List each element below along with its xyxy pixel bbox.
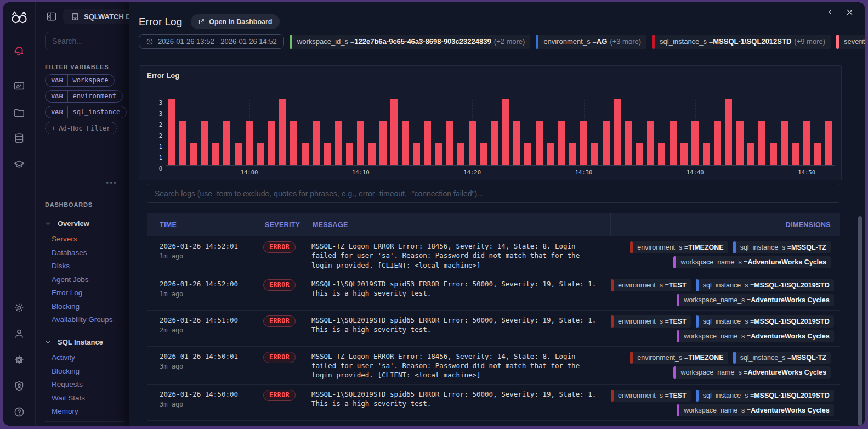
dimension-color-bar [677, 330, 679, 342]
log-search-input[interactable] [147, 184, 839, 203]
sidebar-item-agent-jobs[interactable]: Agent Jobs [52, 275, 125, 284]
column-header-severity[interactable]: SEVERITY [262, 213, 311, 236]
dimension-tag-environment_s[interactable]: environment_s = TIMEZONE [630, 352, 728, 364]
column-header-message[interactable]: MESSAGE [311, 213, 611, 236]
alerts-bell-icon[interactable] [9, 41, 29, 60]
dimension-tag-environment_s[interactable]: environment_s = TEST [611, 315, 691, 328]
sidebar-topbar: SQLWATCH DE [44, 9, 132, 24]
database-icon[interactable] [9, 128, 29, 148]
filter-pill-workspace_id_s[interactable]: workspace_id_s = 122e7b6a-9c65-46a3-8698… [290, 35, 531, 49]
sidebar-search-input[interactable] [45, 32, 132, 50]
chart-x-tick-label: 14:00 [241, 169, 258, 176]
chart-x-tick-label: 14:50 [798, 169, 815, 176]
user-profile-icon[interactable] [9, 324, 29, 343]
filter-value: AG [597, 37, 608, 46]
column-header-time[interactable]: TIME [147, 213, 262, 236]
dashboards-panel-icon[interactable] [9, 76, 29, 96]
variable-pill-workspace[interactable]: VARworkspace [45, 74, 115, 87]
close-icon[interactable] [844, 7, 854, 17]
chart-bar-slot [757, 99, 768, 165]
dimension-label: environment_s = [618, 318, 669, 325]
log-timestamp: 2026-01-26 14:51:00 [160, 315, 262, 325]
dimension-tag-sql_instance_s[interactable]: sql_instance_s = MSSQL-1\SQL2019STD [696, 279, 834, 291]
variable-pill-environment[interactable]: VARenvironment [45, 90, 123, 103]
severity-badge: ERROR [263, 390, 296, 401]
dimension-tag-environment_s[interactable]: environment_s = TEST [611, 279, 691, 291]
chart-bar [201, 121, 208, 165]
dimension-tag-workspace_name_s[interactable]: workspace_name_s = AdventureWorks Cycles [677, 294, 834, 306]
sidebar-collapse-icon[interactable] [44, 9, 59, 24]
dimension-tag-environment_s[interactable]: environment_s = TEST [611, 390, 691, 402]
nav-group-overview[interactable]: Overview [45, 219, 125, 228]
dimension-color-bar [611, 390, 614, 402]
dimension-tag-sql_instance_s[interactable]: sql_instance_s = MSSQL-TZ [733, 241, 831, 253]
settings-gear-icon[interactable] [9, 350, 29, 370]
dimension-tag-workspace_name_s[interactable]: workspace_name_s = AdventureWorks Cycles [673, 366, 831, 379]
sidebar-item-error-log[interactable]: Error Log [52, 288, 125, 297]
log-table-body: 2026-01-26 14:52:011m agoERRORMSSQL-TZ L… [147, 236, 840, 426]
folder-icon[interactable] [9, 103, 29, 122]
table-row: 2026-01-26 14:52:011m agoERRORMSSQL-TZ L… [147, 236, 840, 274]
time-range-picker[interactable]: 2026-01-26 13:52 - 2026-01-26 14:52 [139, 34, 284, 49]
dimension-label: workspace_name_s = [684, 407, 751, 414]
chart-panel-title: Error Log [147, 71, 833, 80]
filter-pill-environment_s[interactable]: environment_s = AG(+3 more) [536, 35, 646, 49]
chart-x-tick-label: 14:40 [687, 169, 704, 176]
cell-message: MSSQL-TZ Logon ERROR Error: 18456, Sever… [311, 352, 611, 380]
chart-bar [580, 121, 587, 165]
filter-pill-sql_instance_s[interactable]: sql_instance_s = MSSQL-1\SQL2012STD(+9 m… [652, 35, 831, 49]
help-icon[interactable] [9, 402, 29, 422]
sidebar-item-memory[interactable]: Memory [52, 407, 125, 416]
sidebar-item-availability-groups[interactable]: Availability Groups [52, 315, 125, 324]
workspace-tab[interactable]: SQLWATCH DE [63, 9, 132, 24]
learn-graduation-cap-icon[interactable] [9, 155, 29, 174]
sidebar-item-disks[interactable]: Disks [52, 261, 125, 270]
dimension-tag-sql_instance_s[interactable]: sql_instance_s = MSSQL-TZ [733, 352, 831, 364]
dimension-color-bar [733, 241, 736, 253]
chevron-left-icon[interactable] [825, 7, 835, 17]
dimension-line: workspace_name_s = AdventureWorks Cycles [677, 330, 834, 342]
sidebar-item-activity[interactable]: Activity [52, 353, 125, 362]
cell-dimensions: environment_s = TIMEZONEsql_instance_s =… [611, 352, 840, 380]
dimension-tag-sql_instance_s[interactable]: sql_instance_s = MSSQL-1\SQL2019STD [696, 315, 834, 328]
sidebar-item-requests[interactable]: Requests [52, 380, 125, 389]
adhoc-filter-button[interactable]: +Ad-Hoc Filter [45, 122, 117, 134]
sidebar-item-blocking[interactable]: Blocking [52, 302, 125, 311]
chart-bar-slot [210, 99, 221, 165]
cell-time: 2026-01-26 14:51:002m ago [147, 315, 262, 342]
cell-dimensions: environment_s = TESTsql_instance_s = MSS… [611, 390, 840, 416]
admin-shield-user-icon[interactable] [9, 376, 29, 396]
variable-tag-label: VAR [46, 106, 68, 118]
filter-pill-severity_s[interactable]: severity_s = Error [836, 35, 865, 49]
sidebar-item-blocking[interactable]: Blocking [52, 366, 125, 376]
sidebar-item-wait-stats[interactable]: Wait Stats [52, 393, 125, 403]
chart-bar [691, 121, 699, 165]
dimension-tag-sql_instance_s[interactable]: sql_instance_s = MSSQL-1\SQL2019STD [696, 390, 834, 402]
chart-bar [770, 143, 777, 165]
chart-bar-slot [199, 99, 210, 165]
sqlwatch-owl-logo[interactable] [9, 8, 29, 28]
cell-severity: ERROR [262, 279, 311, 306]
nav-group-label: SQL Instance [56, 338, 103, 346]
sidebar-item-servers[interactable]: Servers [52, 234, 125, 244]
adhoc-filter-label: Ad-Hoc Filter [59, 125, 110, 132]
drawer-scrollbar-thumb[interactable] [858, 216, 862, 426]
dimension-tag-workspace_name_s[interactable]: workspace_name_s = AdventureWorks Cycles [677, 330, 834, 342]
dimension-tag-workspace_name_s[interactable]: workspace_name_s = AdventureWorks Cycles [677, 404, 834, 416]
filter-color-bar [652, 35, 655, 49]
dimension-tag-environment_s[interactable]: environment_s = TIMEZONE [630, 241, 728, 253]
dimension-tag-workspace_name_s[interactable]: workspace_name_s = AdventureWorks Cycles [673, 256, 831, 268]
variable-pill-sql_instance[interactable]: VARsql_instance [45, 106, 127, 118]
column-header-dimensions[interactable]: DIMENSIONS [611, 213, 840, 236]
chart-bar-slot [600, 99, 611, 165]
chart-bar [736, 121, 744, 165]
theme-brightness-icon[interactable] [9, 298, 29, 318]
chart-bar-slot [444, 99, 455, 165]
nav-group-sql-instance[interactable]: SQL Instance [45, 338, 125, 346]
sidebar-item-databases[interactable]: Databases [52, 248, 125, 257]
chart-bar [658, 143, 665, 165]
sidebar-menu-dots[interactable]: ••• [106, 180, 117, 185]
log-time-ago: 3m ago [160, 362, 262, 371]
open-in-dashboard-button[interactable]: Open in Dashboard [191, 14, 279, 29]
drawer-title: Error Log [139, 16, 182, 28]
